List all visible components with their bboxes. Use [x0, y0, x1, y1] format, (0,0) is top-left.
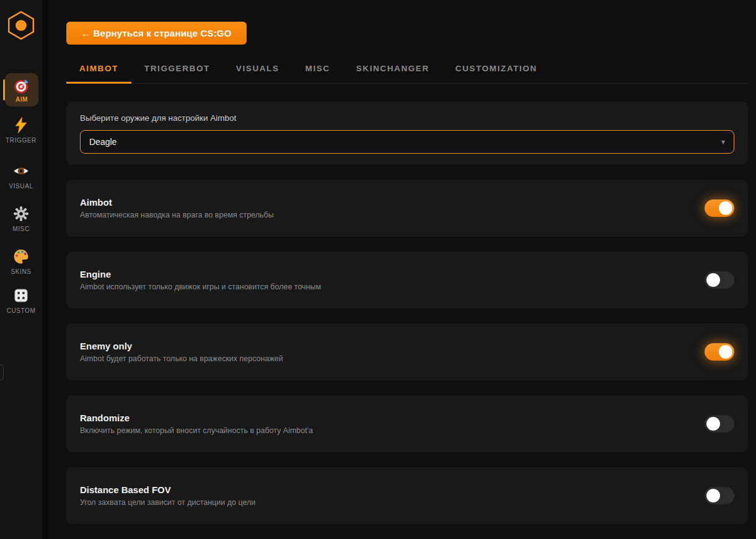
- setting-card-engine: Engine Aimbot использует только движок и…: [66, 252, 748, 309]
- setting-description: Aimbot будет работать только на вражески…: [80, 354, 283, 363]
- tab-misc[interactable]: MISC: [292, 59, 343, 84]
- enemy-only-toggle[interactable]: [705, 343, 734, 361]
- toggle-knob: [719, 201, 732, 215]
- app-logo[interactable]: [0, 10, 42, 41]
- sidebar-item-label: MISC: [12, 226, 29, 232]
- tab-aimbot[interactable]: AIMBOT: [66, 59, 131, 84]
- tab-bar: AIMBOT TRIGGERBOT VISUALS MISC SKINCHANG…: [66, 59, 748, 84]
- gear-icon: [12, 205, 30, 222]
- aimbot-toggle[interactable]: [705, 199, 734, 217]
- weapon-selector-label: Выберите оружие для настройки Aimbot: [80, 113, 734, 123]
- toggle-knob: [706, 417, 720, 431]
- tab-customization[interactable]: CUSTOMIZATION: [442, 59, 550, 84]
- sidebar-item-label: VISUAL: [9, 183, 33, 190]
- toggle-knob: [706, 489, 720, 502]
- sidebar-item-label: SKINS: [11, 268, 31, 275]
- setting-card-aimbot: Aimbot Автоматическая наводка на врага в…: [66, 180, 748, 237]
- dartboard-icon: [13, 77, 30, 95]
- eye-icon: [12, 162, 30, 180]
- sidebar-item-custom[interactable]: CUSTOM: [0, 287, 42, 314]
- sidebar-item-label: AIM: [15, 96, 28, 103]
- sidebar-divider: [42, 0, 48, 539]
- setting-description: Aimbot использует только движок игры и с…: [80, 283, 321, 291]
- setting-card-distance-based-fov: Distance Based FOV Угол захвата цели зав…: [66, 467, 748, 524]
- weapon-select-dropdown[interactable]: Deagle ▾: [80, 130, 734, 154]
- setting-card-randomize: Randomize Включить режим, который вносит…: [66, 395, 748, 452]
- tab-skinchanger[interactable]: SKINCHANGER: [343, 59, 442, 84]
- weapon-select-value: Deagle: [89, 137, 116, 147]
- sidebar: AIM TRIGGER VISUAL: [0, 0, 42, 539]
- setting-title: Aimbot: [80, 197, 274, 208]
- toggle-knob: [706, 273, 720, 287]
- sidebar-item-skins[interactable]: SKINS: [0, 248, 42, 275]
- chevron-down-icon: ▾: [721, 138, 725, 146]
- palette-icon: [12, 248, 30, 265]
- main-content: ← Вернуться к странице CS:GO AIMBOT TRIG…: [48, 0, 756, 539]
- distance-based-fov-toggle[interactable]: [705, 487, 734, 504]
- setting-title: Distance Based FOV: [80, 484, 255, 495]
- setting-title: Engine: [80, 269, 321, 279]
- tab-visuals[interactable]: VISUALS: [223, 59, 292, 84]
- tab-triggerbot[interactable]: TRIGGERBOT: [131, 59, 223, 84]
- sidebar-item-visual[interactable]: VISUAL: [0, 162, 42, 190]
- dice-icon: [12, 287, 30, 304]
- setting-description: Включить режим, который вносит случайнос…: [80, 426, 313, 435]
- setting-description: Угол захвата цели зависит от дистанции д…: [80, 498, 255, 507]
- randomize-toggle[interactable]: [705, 415, 734, 432]
- sidebar-item-label: CUSTOM: [7, 307, 36, 314]
- hexagon-logo-icon: [7, 10, 35, 41]
- sidebar-item-misc[interactable]: MISC: [0, 205, 42, 232]
- edge-scroll-marker[interactable]: [0, 364, 4, 380]
- sidebar-item-trigger[interactable]: TRIGGER: [0, 116, 42, 144]
- setting-title: Enemy only: [80, 341, 283, 351]
- setting-description: Автоматическая наводка на врага во время…: [80, 211, 274, 219]
- weapon-selector-card: Выберите оружие для настройки Aimbot Dea…: [66, 102, 748, 165]
- back-to-csgo-button[interactable]: ← Вернуться к странице CS:GO: [66, 22, 247, 45]
- sidebar-item-aim[interactable]: AIM: [5, 73, 38, 107]
- setting-title: Randomize: [80, 413, 313, 423]
- lightning-icon: [12, 116, 30, 134]
- setting-card-enemy-only: Enemy only Aimbot будет работать только …: [66, 323, 748, 380]
- toggle-knob: [719, 345, 732, 359]
- engine-toggle[interactable]: [705, 271, 734, 289]
- sidebar-item-label: TRIGGER: [6, 137, 37, 144]
